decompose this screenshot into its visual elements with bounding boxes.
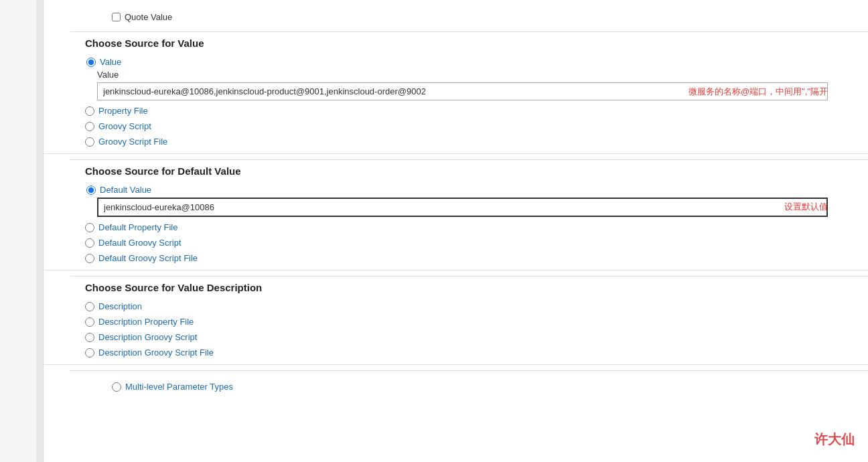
radio-default-value-input[interactable] [86,185,96,195]
radio-groovy-script-file-input[interactable] [85,137,94,147]
choose-source-description-title: Choose Source for Value Description [44,282,868,293]
radio-item-multi-level: Multi-level Parameter Types [112,382,855,392]
radio-default-groovy-script-file-label[interactable]: Default Groovy Script File [98,253,198,263]
radio-default-groovy-script-label[interactable]: Default Groovy Script [98,238,182,248]
separator-4 [70,370,868,371]
radio-description-groovy-script-file-label[interactable]: Description Groovy Script File [98,348,214,358]
radio-description-input[interactable] [85,302,94,311]
choose-source-default-section: Choose Source for Default Value Default … [44,165,868,271]
radio-description-label[interactable]: Description [98,301,142,311]
radio-default-property-file-label[interactable]: Default Property File [98,222,178,232]
radio-multi-level-input[interactable] [112,382,121,392]
radio-description-groovy-script-input[interactable] [85,333,94,342]
value-hint: 微服务的名称@端口，中间用","隔开 [689,86,828,98]
radio-default-value-label[interactable]: Default Value [100,185,151,195]
radio-default-property-file-input[interactable] [85,223,94,232]
radio-value-input[interactable] [86,58,96,67]
separator-1 [70,31,868,32]
multi-level-area: Multi-level Parameter Types [44,376,868,397]
radio-item-groovy-script: Groovy Script [85,121,868,131]
main-content: Quote Value Choose Source for Value Valu… [44,0,868,462]
radio-description-property-file-label[interactable]: Description Property File [98,317,194,327]
radio-item-description-property-file: Description Property File [85,317,868,327]
radio-description-groovy-script-file-input[interactable] [85,348,94,358]
radio-property-file-input[interactable] [85,106,94,116]
radio-groovy-script-input[interactable] [85,122,94,131]
default-value-hint: 设置默认值 [784,201,828,213]
quote-value-label[interactable]: Quote Value [125,12,172,22]
radio-groovy-script-file-label[interactable]: Groovy Script File [98,137,167,147]
page-wrapper: Quote Value Choose Source for Value Valu… [0,0,868,462]
radio-item-default-groovy-script: Default Groovy Script [85,238,868,248]
separator-3 [70,276,868,277]
separator-2 [70,159,868,160]
value-radio-area: Value Value 微服务的名称@端口，中间用","隔开 [44,57,868,100]
default-value-text-input[interactable] [97,198,828,217]
radio-default-groovy-script-input[interactable] [85,238,94,248]
radio-value-label[interactable]: Value [100,57,121,67]
quote-value-checkbox[interactable] [112,13,121,21]
radio-description-groovy-script-label[interactable]: Description Groovy Script [98,332,197,342]
radio-groovy-script-label[interactable]: Groovy Script [98,121,151,131]
choose-source-value-section: Choose Source for Value Value Value 微服务的… [44,37,868,154]
radio-default-groovy-script-file-input[interactable] [85,254,94,263]
default-value-radio-area: Default Value 设置默认值 [44,185,868,217]
radio-item-description-groovy-script: Description Groovy Script [85,332,868,342]
watermark: 许大仙 [814,431,855,449]
choose-source-default-title: Choose Source for Default Value [44,165,868,177]
radio-item-default-property-file: Default Property File [85,222,868,232]
radio-item-default-groovy-script-file: Default Groovy Script File [85,253,868,263]
value-sub-label: Value [97,70,868,80]
choose-source-description-section: Choose Source for Value Description Desc… [44,282,868,365]
radio-item-property-file: Property File [85,106,868,116]
quote-value-area: Quote Value [44,5,868,26]
radio-property-file-label[interactable]: Property File [98,106,148,116]
radio-item-description-groovy-script-file: Description Groovy Script File [85,348,868,358]
radio-item-value: Value [85,57,868,67]
choose-source-value-title: Choose Source for Value [44,37,868,49]
left-sidebar [0,0,44,462]
radio-multi-level-label[interactable]: Multi-level Parameter Types [125,382,233,392]
radio-description-property-file-input[interactable] [85,317,94,327]
radio-item-description: Description [85,301,868,311]
radio-item-default-value: Default Value [85,185,868,195]
radio-item-groovy-script-file: Groovy Script File [85,137,868,147]
